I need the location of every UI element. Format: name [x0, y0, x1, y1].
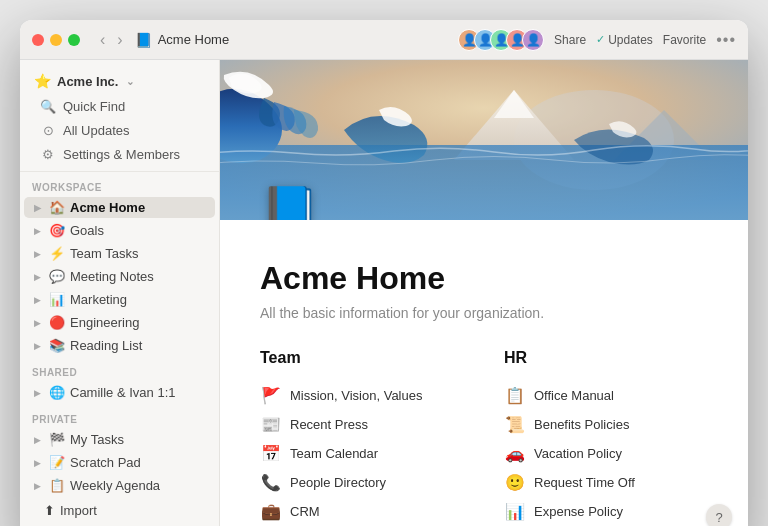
- people-label: People Directory: [290, 475, 386, 490]
- workspace-chevron-icon: ⌄: [126, 76, 134, 87]
- link-expense[interactable]: 📊 Expense Policy: [504, 497, 708, 526]
- tree-arrow-icon: ▶: [34, 272, 44, 282]
- sidebar-item-goals[interactable]: ▶ 🎯 Goals: [24, 220, 215, 241]
- app-window: ‹ › 📘 Acme Home 👤 👤 👤 👤 👤 Share ✓ Update…: [20, 20, 748, 526]
- link-vacation[interactable]: 🚗 Vacation Policy: [504, 439, 708, 468]
- press-icon: 📰: [260, 415, 282, 434]
- marketing-icon: 📊: [49, 292, 65, 307]
- engineering-label: Engineering: [70, 315, 139, 330]
- sidebar-item-quickfind[interactable]: 🔍 Quick Find: [32, 95, 207, 118]
- sidebar-item-settings[interactable]: ⚙ Settings & Members: [32, 143, 207, 166]
- main-content: 📘 Acme Home All the basic information fo…: [220, 60, 748, 526]
- tree-arrow-icon: ▶: [34, 249, 44, 259]
- forward-button[interactable]: ›: [113, 29, 126, 51]
- share-button[interactable]: Share: [554, 33, 586, 47]
- sidebar: ⭐ Acme Inc. ⌄ 🔍 Quick Find ⊙ All Updates…: [20, 60, 220, 526]
- teamtasks-label: Team Tasks: [70, 246, 138, 261]
- close-button[interactable]: [32, 34, 44, 46]
- content-area: ⭐ Acme Inc. ⌄ 🔍 Quick Find ⊙ All Updates…: [20, 60, 748, 526]
- maximize-button[interactable]: [68, 34, 80, 46]
- sidebar-top: ⭐ Acme Inc. ⌄ 🔍 Quick Find ⊙ All Updates…: [20, 60, 219, 172]
- vacation-label: Vacation Policy: [534, 446, 622, 461]
- minimize-button[interactable]: [50, 34, 62, 46]
- traffic-lights: [32, 34, 80, 46]
- workspace-icon: ⭐: [34, 73, 51, 89]
- workspace-name[interactable]: ⭐ Acme Inc. ⌄: [28, 68, 211, 94]
- manual-label: Office Manual: [534, 388, 614, 403]
- sidebar-item-import[interactable]: ⬆ Import: [28, 500, 211, 521]
- link-benefits[interactable]: 📜 Benefits Policies: [504, 410, 708, 439]
- mission-icon: 🚩: [260, 386, 282, 405]
- tree-arrow-icon: ▶: [34, 226, 44, 236]
- acmehome-icon: 🏠: [49, 200, 65, 215]
- link-calendar[interactable]: 📅 Team Calendar: [260, 439, 464, 468]
- titlebar: ‹ › 📘 Acme Home 👤 👤 👤 👤 👤 Share ✓ Update…: [20, 20, 748, 60]
- calendar-icon: 📅: [260, 444, 282, 463]
- nav-buttons: ‹ ›: [96, 29, 127, 51]
- tree-arrow-icon: ▶: [34, 435, 44, 445]
- tab-title-text: Acme Home: [158, 32, 230, 47]
- link-timeoff[interactable]: 🙂 Request Time Off: [504, 468, 708, 497]
- shared-icon: 🌐: [49, 385, 65, 400]
- updates-icon: ⊙: [40, 123, 56, 138]
- more-button[interactable]: •••: [716, 31, 736, 49]
- favorite-button[interactable]: Favorite: [663, 33, 706, 47]
- expense-icon: 📊: [504, 502, 526, 521]
- goals-label: Goals: [70, 223, 104, 238]
- tree-arrow-icon: ▶: [34, 341, 44, 351]
- hr-column-header: HR: [504, 349, 708, 367]
- mytasks-label: My Tasks: [70, 432, 124, 447]
- goals-icon: 🎯: [49, 223, 65, 238]
- scratchpad-icon: 📝: [49, 455, 65, 470]
- sidebar-item-readinglist[interactable]: ▶ 📚 SHARED Reading List: [24, 335, 215, 356]
- updates-label: Updates: [608, 33, 653, 47]
- engineering-icon: 🔴: [49, 315, 65, 330]
- teamtasks-icon: ⚡: [49, 246, 65, 261]
- page-tab: 📘 Acme Home: [135, 32, 230, 48]
- sidebar-item-mytasks[interactable]: ▶ 🏁 My Tasks: [24, 429, 215, 450]
- sidebar-item-engineering[interactable]: ▶ 🔴 Engineering: [24, 312, 215, 333]
- timeoff-icon: 🙂: [504, 473, 526, 492]
- tree-arrow-icon: ▶: [34, 295, 44, 305]
- sidebar-item-allupdates[interactable]: ⊙ All Updates: [32, 119, 207, 142]
- tree-arrow-icon: ▶: [34, 388, 44, 398]
- vacation-icon: 🚗: [504, 444, 526, 463]
- benefits-icon: 📜: [504, 415, 526, 434]
- columns-container: Team 🚩 Mission, Vision, Values 📰 Recent …: [260, 349, 708, 526]
- link-crm[interactable]: 💼 CRM: [260, 497, 464, 526]
- link-press[interactable]: 📰 Recent Press: [260, 410, 464, 439]
- help-button[interactable]: ?: [706, 504, 732, 526]
- sidebar-item-trash[interactable]: 🗑 Trash: [28, 522, 211, 526]
- tree-arrow-icon: ▶: [34, 481, 44, 491]
- sidebar-item-marketing[interactable]: ▶ 📊 Marketing: [24, 289, 215, 310]
- link-people-directory[interactable]: 📞 People Directory: [260, 468, 464, 497]
- sidebar-import-trash: ⬆ Import 🗑 Trash: [20, 497, 219, 526]
- scratchpad-label: Scratch Pad: [70, 455, 141, 470]
- avatar-5: 👤: [522, 29, 544, 51]
- collaborator-avatars: 👤 👤 👤 👤 👤: [458, 29, 544, 51]
- tab-icon: 📘: [135, 32, 152, 48]
- team-column-header: Team: [260, 349, 464, 367]
- link-mission[interactable]: 🚩 Mission, Vision, Values: [260, 381, 464, 410]
- private-section-label: PRIVATE: [20, 404, 219, 428]
- manual-icon: 📋: [504, 386, 526, 405]
- share-label: Share: [554, 33, 586, 47]
- page-icon-container: 📘: [260, 184, 320, 220]
- tree-arrow-icon: ▶: [34, 203, 44, 213]
- mission-label: Mission, Vision, Values: [290, 388, 422, 403]
- expense-label: Expense Policy: [534, 504, 623, 519]
- sidebar-item-acmehome[interactable]: ▶ 🏠 Acme Home: [24, 197, 215, 218]
- page-title: Acme Home: [260, 260, 708, 297]
- team-column: Team 🚩 Mission, Vision, Values 📰 Recent …: [260, 349, 464, 526]
- link-office-manual[interactable]: 📋 Office Manual: [504, 381, 708, 410]
- sidebar-item-weeklyagenda[interactable]: ▶ 📋 Weekly Agenda: [24, 475, 215, 496]
- page-icon: 📘: [260, 185, 320, 220]
- updates-button[interactable]: ✓ Updates: [596, 33, 653, 47]
- sidebar-item-scratchpad[interactable]: ▶ 📝 Scratch Pad: [24, 452, 215, 473]
- sidebar-item-meetingnotes[interactable]: ▶ 💬 Meeting Notes: [24, 266, 215, 287]
- weeklyagenda-icon: 📋: [49, 478, 65, 493]
- benefits-label: Benefits Policies: [534, 417, 629, 432]
- sidebar-item-camille-ivan[interactable]: ▶ 🌐 Camille & Ivan 1:1: [24, 382, 215, 403]
- back-button[interactable]: ‹: [96, 29, 109, 51]
- sidebar-item-teamtasks[interactable]: ▶ ⚡ Team Tasks: [24, 243, 215, 264]
